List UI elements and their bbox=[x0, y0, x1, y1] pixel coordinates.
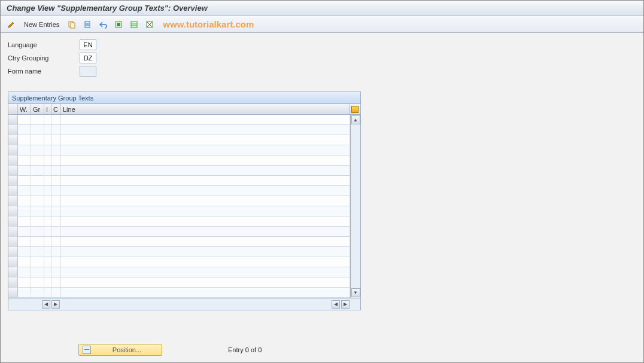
col-header-c[interactable]: C bbox=[51, 104, 61, 114]
cell[interactable] bbox=[44, 257, 51, 267]
table-row[interactable] bbox=[8, 247, 350, 257]
table-row[interactable] bbox=[8, 196, 350, 206]
col-header-line[interactable]: Line bbox=[61, 104, 350, 114]
row-selector[interactable] bbox=[8, 145, 18, 155]
cell[interactable] bbox=[61, 145, 350, 155]
cell[interactable] bbox=[44, 166, 51, 175]
cell[interactable] bbox=[44, 125, 51, 135]
row-selector[interactable] bbox=[8, 257, 18, 267]
row-selector[interactable] bbox=[8, 196, 18, 206]
cell[interactable] bbox=[31, 155, 44, 165]
cell[interactable] bbox=[61, 196, 350, 206]
cell[interactable] bbox=[18, 166, 31, 175]
cell[interactable] bbox=[44, 176, 51, 185]
cell[interactable] bbox=[61, 186, 350, 196]
cell[interactable] bbox=[31, 206, 44, 216]
cell[interactable] bbox=[61, 176, 350, 185]
col-select-all[interactable] bbox=[8, 104, 18, 114]
cell[interactable] bbox=[61, 288, 350, 297]
row-selector[interactable] bbox=[8, 125, 18, 135]
table-row[interactable] bbox=[8, 115, 350, 125]
cell[interactable] bbox=[44, 115, 51, 124]
cell[interactable] bbox=[44, 247, 51, 257]
row-selector[interactable] bbox=[8, 166, 18, 175]
row-selector[interactable] bbox=[8, 186, 18, 196]
toggle-edit-icon[interactable] bbox=[5, 19, 17, 30]
cell[interactable] bbox=[31, 247, 44, 257]
cell[interactable] bbox=[51, 155, 61, 165]
cell[interactable] bbox=[61, 247, 350, 257]
cell[interactable] bbox=[31, 257, 44, 267]
cell[interactable] bbox=[61, 135, 350, 145]
cell[interactable] bbox=[51, 247, 61, 257]
cell[interactable] bbox=[51, 277, 61, 287]
cell[interactable] bbox=[31, 216, 44, 226]
cell[interactable] bbox=[18, 115, 31, 124]
cell[interactable] bbox=[51, 216, 61, 226]
cell[interactable] bbox=[18, 257, 31, 267]
cell[interactable] bbox=[51, 125, 61, 135]
cell[interactable] bbox=[31, 166, 44, 175]
cell[interactable] bbox=[31, 267, 44, 277]
table-row[interactable] bbox=[8, 237, 350, 247]
cell[interactable] bbox=[61, 216, 350, 226]
cell[interactable] bbox=[51, 257, 61, 267]
row-selector[interactable] bbox=[8, 206, 18, 216]
cell[interactable] bbox=[51, 237, 61, 246]
hscroll-track[interactable] bbox=[61, 300, 329, 309]
cell[interactable] bbox=[18, 247, 31, 257]
scroll-up-icon[interactable]: ▲ bbox=[351, 115, 360, 124]
cell[interactable] bbox=[51, 145, 61, 155]
cell[interactable] bbox=[44, 267, 51, 277]
cell[interactable] bbox=[31, 176, 44, 185]
cell[interactable] bbox=[44, 277, 51, 287]
row-selector[interactable] bbox=[8, 237, 18, 246]
row-selector[interactable] bbox=[8, 176, 18, 185]
copy-as-icon[interactable] bbox=[66, 19, 78, 30]
table-row[interactable] bbox=[8, 216, 350, 227]
cell[interactable] bbox=[61, 277, 350, 287]
cell[interactable] bbox=[61, 125, 350, 135]
table-row[interactable] bbox=[8, 135, 350, 145]
cell[interactable] bbox=[18, 267, 31, 277]
cell[interactable] bbox=[61, 227, 350, 236]
cell[interactable] bbox=[51, 166, 61, 175]
cell[interactable] bbox=[44, 227, 51, 236]
table-row[interactable] bbox=[8, 227, 350, 237]
cell[interactable] bbox=[51, 288, 61, 297]
cell[interactable] bbox=[18, 288, 31, 297]
scroll-left-step-icon[interactable]: ◀ bbox=[332, 300, 340, 309]
cell[interactable] bbox=[18, 186, 31, 196]
cell[interactable] bbox=[44, 135, 51, 145]
cell[interactable] bbox=[61, 115, 350, 124]
table-row[interactable] bbox=[8, 267, 350, 277]
cell[interactable] bbox=[18, 176, 31, 185]
scroll-left-icon[interactable]: ◀ bbox=[42, 300, 50, 309]
undo-icon[interactable] bbox=[97, 19, 109, 30]
cell[interactable] bbox=[18, 277, 31, 287]
table-row[interactable] bbox=[8, 155, 350, 166]
cell[interactable] bbox=[18, 145, 31, 155]
deselect-all-icon[interactable] bbox=[144, 19, 156, 30]
cell[interactable] bbox=[61, 267, 350, 277]
cell[interactable] bbox=[61, 166, 350, 175]
cell[interactable] bbox=[31, 115, 44, 124]
col-header-gr[interactable]: Gr bbox=[31, 104, 44, 114]
position-button[interactable]: Position... bbox=[78, 344, 162, 356]
cell[interactable] bbox=[51, 176, 61, 185]
col-header-w[interactable]: W. bbox=[18, 104, 31, 114]
cell[interactable] bbox=[31, 145, 44, 155]
form-name-field[interactable] bbox=[80, 66, 96, 77]
row-selector[interactable] bbox=[8, 227, 18, 236]
cell[interactable] bbox=[51, 196, 61, 206]
cell[interactable] bbox=[31, 186, 44, 196]
cell[interactable] bbox=[31, 277, 44, 287]
cell[interactable] bbox=[51, 267, 61, 277]
row-selector[interactable] bbox=[8, 135, 18, 145]
cell[interactable] bbox=[44, 237, 51, 246]
cell[interactable] bbox=[61, 257, 350, 267]
cell[interactable] bbox=[51, 227, 61, 236]
cell[interactable] bbox=[51, 135, 61, 145]
cell[interactable] bbox=[31, 288, 44, 297]
row-selector[interactable] bbox=[8, 216, 18, 226]
